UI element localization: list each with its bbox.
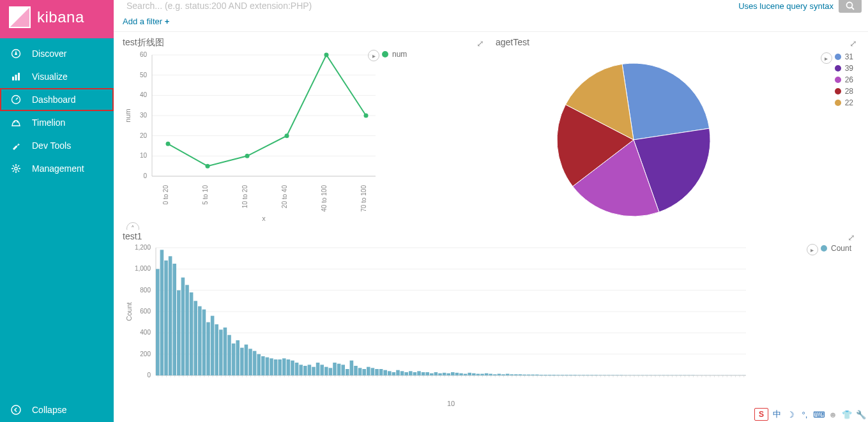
svg-rect-264: [565, 375, 568, 375]
svg-rect-272: [582, 375, 586, 375]
svg-rect-7: [18, 73, 20, 80]
svg-text:200: 200: [140, 350, 151, 358]
svg-rect-96: [211, 316, 215, 375]
svg-rect-284: [607, 375, 611, 376]
svg-rect-192: [413, 372, 417, 375]
svg-text:60: 60: [140, 51, 148, 58]
svg-rect-132: [287, 359, 291, 375]
legend-item[interactable]: 22: [835, 98, 853, 107]
svg-rect-130: [282, 358, 286, 375]
sidebar-item-dashboard[interactable]: Dashboard: [0, 88, 114, 111]
legend-item[interactable]: Count: [821, 244, 851, 253]
legend-item[interactable]: 31: [835, 52, 853, 61]
svg-rect-176: [379, 369, 383, 375]
svg-rect-162: [350, 361, 354, 375]
svg-rect-262: [561, 375, 565, 375]
tray-punct-icon[interactable]: °,: [799, 409, 811, 420]
svg-rect-164: [354, 366, 358, 375]
svg-rect-274: [586, 375, 590, 375]
svg-text:num: num: [124, 109, 132, 122]
svg-rect-186: [400, 371, 404, 375]
svg-rect-252: [540, 375, 544, 375]
svg-rect-146: [316, 363, 320, 375]
brand-logo: kibana: [0, 0, 114, 38]
svg-rect-228: [489, 374, 492, 376]
tray-keyboard-icon[interactable]: ⌨: [813, 409, 825, 420]
svg-rect-82: [181, 278, 185, 375]
expand-panel-icon[interactable]: ⤢: [476, 38, 484, 49]
search-submit-button[interactable]: [839, 0, 862, 13]
svg-text:10: 10: [140, 152, 148, 159]
svg-rect-6: [15, 75, 17, 80]
tray-wrench-icon[interactable]: 🔧: [855, 409, 867, 420]
sidebar-item-discover[interactable]: Discover: [0, 42, 114, 65]
sidebar-item-label: Timelion: [32, 117, 65, 128]
expand-panel-icon[interactable]: ⤢: [849, 38, 857, 49]
svg-rect-220: [472, 373, 476, 375]
svg-rect-150: [324, 367, 328, 375]
legend-line: ▸ num: [382, 50, 407, 61]
sidebar-item-visualize[interactable]: Visualize: [0, 65, 114, 88]
svg-rect-214: [459, 373, 463, 375]
tray-lang-icon[interactable]: 中: [771, 409, 782, 420]
svg-rect-278: [594, 375, 598, 375]
legend-item[interactable]: 28: [835, 87, 853, 96]
svg-rect-238: [510, 374, 514, 375]
expand-panel-icon[interactable]: ⤢: [848, 232, 855, 243]
svg-rect-92: [202, 310, 206, 375]
lucene-syntax-link[interactable]: Uses lucene query syntax: [738, 1, 834, 11]
svg-marker-4: [15, 50, 17, 55]
svg-rect-168: [362, 369, 366, 375]
svg-line-9: [16, 98, 18, 100]
legend-item[interactable]: 39: [835, 64, 853, 73]
svg-point-46: [166, 142, 171, 146]
os-tray: S 中 ☽ °, ⌨ ☻ 👕 🔧: [754, 408, 867, 421]
svg-rect-140: [303, 366, 307, 375]
svg-line-20: [18, 165, 19, 167]
svg-rect-100: [219, 329, 223, 375]
svg-rect-268: [573, 375, 577, 375]
sidebar-collapse[interactable]: Collapse: [0, 398, 114, 422]
main-area: Search... (e.g. status:200 AND extension…: [114, 0, 868, 422]
tray-moon-icon[interactable]: ☽: [785, 409, 796, 420]
panel-histogram: test1 ⤢ 02004006008001,0001,200Count10 ▸…: [120, 230, 862, 421]
svg-rect-230: [493, 374, 497, 375]
sidebar-nav: DiscoverVisualizeDashboardTimelionDev To…: [0, 38, 114, 422]
svg-rect-254: [544, 375, 547, 375]
legend-swatch-icon: [835, 88, 841, 94]
svg-rect-256: [548, 375, 552, 375]
svg-rect-290: [620, 375, 623, 376]
svg-rect-226: [485, 373, 489, 375]
legend-item[interactable]: num: [382, 50, 407, 59]
sidebar-item-label: Discover: [32, 49, 66, 59]
search-input[interactable]: Search... (e.g. status:200 AND extension…: [120, 1, 733, 11]
svg-rect-138: [299, 365, 303, 375]
legend-toggle-icon[interactable]: ▸: [821, 52, 832, 64]
sidebar-item-management[interactable]: Management: [0, 157, 114, 180]
svg-line-19: [13, 170, 14, 172]
svg-rect-86: [190, 292, 194, 375]
svg-text:Count: Count: [125, 302, 133, 320]
sidebar-item-dev-tools[interactable]: Dev Tools: [0, 134, 114, 157]
legend-toggle-icon[interactable]: ▸: [368, 50, 379, 61]
legend-toggle-icon[interactable]: ▸: [807, 244, 818, 255]
sidebar-item-label: Management: [32, 163, 84, 174]
svg-rect-250: [535, 375, 539, 375]
svg-point-49: [285, 133, 289, 138]
svg-rect-248: [531, 375, 535, 375]
legend-swatch-icon: [835, 77, 841, 83]
sidebar-item-timelion[interactable]: Timelion: [0, 111, 114, 134]
svg-rect-80: [177, 290, 181, 375]
timelion-icon: [10, 117, 22, 128]
svg-point-48: [245, 154, 250, 158]
svg-rect-142: [308, 365, 312, 375]
add-filter-button[interactable]: Add a filter +: [123, 17, 169, 26]
svg-point-21: [11, 405, 20, 414]
svg-rect-160: [346, 369, 349, 375]
legend-item[interactable]: 26: [835, 75, 853, 84]
tray-user-icon[interactable]: ☻: [827, 409, 839, 420]
svg-rect-114: [248, 349, 252, 375]
legend-swatch-icon: [835, 100, 841, 106]
ime-icon[interactable]: S: [754, 408, 768, 421]
tray-shirt-icon[interactable]: 👕: [841, 409, 853, 420]
